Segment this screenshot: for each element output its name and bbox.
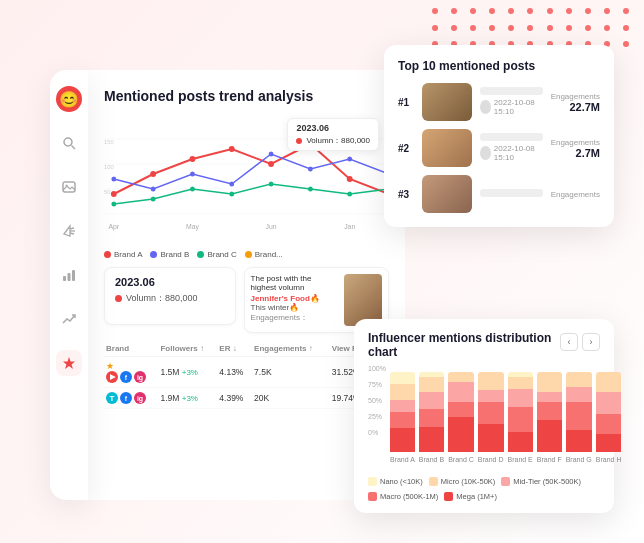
post-avatar-1: [480, 100, 491, 114]
post-info-1: 2022-10-08 15:10: [480, 87, 543, 118]
post-rank-2: #2: [398, 143, 414, 154]
svg-point-17: [150, 171, 156, 177]
engagement-value-2: 2.7M: [551, 147, 600, 159]
sidebar-item-search[interactable]: [56, 130, 82, 156]
bar-segment: [419, 409, 444, 427]
svg-text:50: 50: [104, 189, 111, 195]
svg-point-32: [111, 202, 116, 207]
legend-text: Micro (10K-50K): [441, 477, 496, 486]
bar-segment: [508, 377, 533, 389]
brand-icons: ▶ f ig: [106, 371, 156, 383]
post-text: This winter🔥: [251, 303, 338, 312]
bar-segment: [419, 427, 444, 452]
post-engagement-3: Engagements: [551, 190, 600, 199]
post-blur-line-3: [480, 189, 543, 197]
y-label-75: 75%: [368, 381, 386, 388]
bar-label: Brand H: [596, 456, 622, 463]
sidebar-item-trends[interactable]: [56, 306, 82, 332]
nav-prev[interactable]: ‹: [560, 333, 578, 351]
chart-legend: Brand A Brand B Brand C Brand...: [104, 250, 389, 259]
bar-segment: [566, 387, 592, 402]
bar-segment: [448, 417, 474, 452]
legend-color: [501, 477, 510, 486]
brand-icon-facebook-2: f: [120, 392, 132, 404]
bar-segment: [508, 389, 533, 407]
legend-color: [368, 492, 377, 501]
bar-label: Brand A: [390, 456, 415, 463]
svg-line-1: [72, 146, 76, 150]
bar-group: Brand E: [508, 372, 533, 463]
bar-segment: [448, 402, 474, 417]
svg-point-36: [269, 182, 274, 187]
svg-text:100: 100: [104, 164, 115, 170]
bar-stack: [478, 372, 504, 452]
sidebar-item-image[interactable]: [56, 174, 82, 200]
bar-segment: [596, 392, 622, 414]
svg-point-26: [190, 172, 195, 177]
legend-item: Macro (500K-1M): [368, 492, 438, 501]
nav-next[interactable]: ›: [582, 333, 600, 351]
svg-point-35: [229, 192, 234, 197]
legend-text: Macro (500K-1M): [380, 492, 438, 501]
y-label-0: 0%: [368, 429, 386, 436]
svg-rect-8: [63, 276, 66, 281]
tooltip-volume: Volumn：880,000: [306, 135, 370, 146]
bar-segment: [419, 377, 444, 392]
engagement-label-3: Engagements: [551, 190, 600, 199]
bar-group: Brand F: [537, 372, 562, 463]
legend-color: [429, 477, 438, 486]
bar-label: Brand C: [448, 456, 474, 463]
post-engagements: Engagements：: [251, 312, 338, 323]
post-meta-2: 2022-10-08 15:10: [480, 144, 543, 162]
svg-rect-9: [68, 273, 71, 281]
sidebar-item-campaigns[interactable]: [56, 218, 82, 244]
post-blur-line-1: [480, 87, 543, 95]
post-image-1: [422, 83, 472, 121]
brand-icons-2: T f ig: [106, 392, 156, 404]
bar-stack: [419, 372, 444, 452]
table-header-engagements[interactable]: Engagements ↑: [252, 341, 330, 357]
table-row: T f ig 1.9M +3% 4.39% 20K 19.74%: [104, 388, 389, 409]
svg-text:150: 150: [104, 139, 115, 145]
bar-segment: [478, 390, 504, 402]
bar-segment: [478, 424, 504, 452]
main-card-title: Mentioned posts trend analysis: [104, 88, 389, 104]
bar-chart-area: Brand ABrand BBrand CBrand DBrand EBrand…: [390, 365, 622, 471]
svg-point-16: [111, 191, 117, 197]
table-cell-engagements-2: 20K: [252, 388, 330, 409]
brand-icon-instagram: ig: [134, 371, 146, 383]
bar-segment: [390, 428, 415, 452]
legend-color: [368, 477, 377, 486]
engagement-label-1: Engagements: [551, 92, 600, 101]
table-cell-engagements: 7.5K: [252, 357, 330, 388]
table-header-followers[interactable]: Followers ↑: [158, 341, 217, 357]
y-axis: 100% 75% 50% 25% 0%: [368, 365, 386, 450]
sidebar-item-reports[interactable]: [56, 350, 82, 376]
svg-point-18: [190, 156, 196, 162]
bar-segment: [390, 412, 415, 428]
post-date-1: 2022-10-08 15:10: [494, 98, 543, 116]
post-info-3: [480, 189, 543, 200]
bar-segment: [596, 434, 622, 452]
sidebar-logo[interactable]: 😊: [56, 86, 82, 112]
bar-stack: [390, 372, 415, 452]
brand-icon-instagram-2: ig: [134, 392, 146, 404]
svg-text:Apr: Apr: [108, 223, 119, 231]
legend-item: Mid-Tier (50K-500K): [501, 477, 581, 486]
svg-point-34: [190, 187, 195, 192]
info-box: 2023.06 Volumn：880,000: [104, 267, 236, 325]
bar-label: Brand E: [508, 456, 533, 463]
svg-marker-11: [63, 357, 75, 369]
bar-segment: [390, 400, 415, 412]
bar-segment: [478, 402, 504, 424]
sidebar-item-analytics[interactable]: [56, 262, 82, 288]
svg-marker-4: [64, 226, 70, 236]
bar-label: Brand D: [478, 456, 504, 463]
svg-point-25: [151, 187, 156, 192]
svg-rect-10: [72, 270, 75, 281]
bar-segment: [566, 430, 592, 452]
table-header-er[interactable]: ER ↓: [217, 341, 252, 357]
trend-chart: Apr May Jun Jan 150 100 50 2023.06 Volum…: [104, 114, 389, 244]
legend-text: Mega (1M+): [456, 492, 497, 501]
tooltip-date: 2023.06: [296, 123, 370, 133]
